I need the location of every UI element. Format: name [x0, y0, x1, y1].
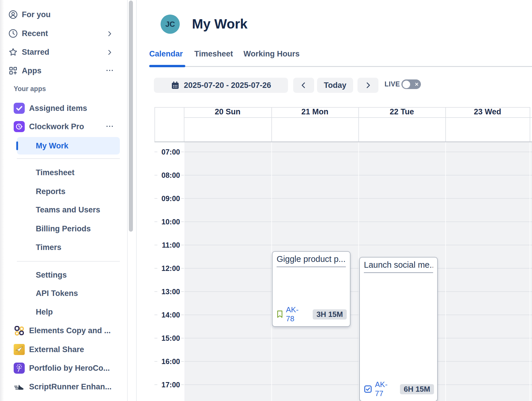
- sidebar-item-label: For you: [22, 8, 51, 21]
- issue-key-link[interactable]: AK-77: [375, 380, 394, 398]
- day-header-mon: 21 Mon: [271, 107, 358, 116]
- event-card-ak-78[interactable]: Giggle product p... AK-78 3H 15M: [272, 251, 350, 327]
- chevron-right-icon[interactable]: [106, 30, 113, 38]
- clockwork-clock-icon: [14, 121, 25, 132]
- previous-week-button[interactable]: [293, 78, 314, 93]
- apps-grid-icon: [8, 66, 18, 76]
- time-label: 16:00: [157, 356, 181, 366]
- sidebar-item-label: ScriptRunner Enhan...: [29, 380, 112, 393]
- more-ellipsis-icon[interactable]: [106, 69, 113, 77]
- time-label: 08:00: [157, 170, 181, 180]
- sidebar-item-timesheet[interactable]: Timesheet: [0, 166, 127, 179]
- grid-top-border: [154, 141, 532, 142]
- assigned-items-check-icon: [14, 103, 25, 114]
- sidebar-item-label: Portfolio by HeroCo...: [29, 362, 110, 375]
- main-panel-border: [136, 0, 137, 401]
- hour-gridline: [154, 198, 532, 199]
- sidebar-item-clockwork-pro[interactable]: Clockwork Pro: [0, 120, 127, 133]
- sidebar-item-billing-periods[interactable]: Billing Periods: [0, 222, 127, 235]
- event-title: Giggle product p...: [277, 254, 346, 267]
- sidebar-item-label: Reports: [36, 185, 65, 198]
- sidebar-item-external-share[interactable]: External Share: [0, 343, 127, 356]
- elements-copy-icon: [14, 325, 25, 336]
- date-range-button[interactable]: 2025-07-20 - 2025-07-26: [154, 78, 288, 93]
- sidebar-item-label: API Tokens: [36, 287, 78, 300]
- today-label: Today: [324, 81, 346, 90]
- sidebar-item-label: Elements Copy and ...: [29, 324, 111, 337]
- column-border: [184, 142, 184, 401]
- time-label: 10:00: [157, 217, 181, 227]
- event-title: Launch social me...: [364, 260, 433, 273]
- sidebar-item-assigned-items[interactable]: Assigned items: [0, 102, 127, 115]
- app-window: For you Recent Starred: [0, 0, 532, 401]
- hour-gridline: [154, 152, 532, 152]
- event-card-ak-77[interactable]: Launch social me... AK-77 6H 15M: [359, 257, 438, 401]
- sidebar-item-timers[interactable]: Timers: [0, 241, 127, 254]
- sidebar-item-my-work-selected[interactable]: My Work: [17, 137, 120, 155]
- sidebar-item-starred[interactable]: Starred: [0, 46, 127, 58]
- tab-calendar[interactable]: Calendar: [149, 49, 183, 58]
- time-label: 14:00: [157, 310, 181, 320]
- column-border: [445, 142, 446, 401]
- sidebar-scrollbar[interactable]: [129, 1, 133, 232]
- sidebar-item-label: Teams and Users: [36, 203, 100, 216]
- tab-working-hours[interactable]: Working Hours: [243, 49, 300, 58]
- toggle-off-x-icon: [415, 83, 418, 86]
- column-border: [445, 107, 446, 141]
- time-label: 13:00: [157, 287, 181, 297]
- sidebar-item-help[interactable]: Help: [0, 306, 127, 318]
- sidebar-item-teams-and-users[interactable]: Teams and Users: [0, 203, 127, 216]
- hour-gridline: [154, 175, 532, 175]
- duration-badge: 3H 15M: [313, 309, 347, 320]
- time-label: 09:00: [157, 194, 181, 203]
- sidebar-item-api-tokens[interactable]: API Tokens: [0, 287, 127, 300]
- column-border: [530, 142, 530, 401]
- more-ellipsis-icon[interactable]: [106, 125, 113, 132]
- date-range-label: 2025-07-20 - 2025-07-26: [184, 81, 271, 90]
- person-icon: [8, 10, 18, 19]
- sidebar-item-label: Timesheet: [36, 166, 74, 179]
- avatar: JC: [161, 15, 180, 34]
- active-item-indicator: [16, 141, 18, 150]
- sidebar-item-label: Settings: [36, 269, 67, 281]
- hour-gridline: [154, 221, 532, 222]
- sidebar-item-for-you[interactable]: For you: [0, 8, 127, 21]
- sidebar-item-scriptrunner[interactable]: ScriptRunner Enhan...: [0, 380, 127, 393]
- column-border: [530, 107, 530, 141]
- sidebar-item-label: Starred: [22, 46, 49, 58]
- hour-gridline: [154, 245, 532, 245]
- dandelion-icon: [14, 363, 25, 374]
- sidebar-item-label: Apps: [22, 64, 42, 77]
- column-border: [358, 107, 359, 141]
- duration-badge: 6H 15M: [400, 384, 434, 394]
- chevron-right-icon: [364, 81, 372, 89]
- sidebar-item-label: Billing Periods: [36, 222, 91, 235]
- next-week-button[interactable]: [357, 78, 378, 93]
- sidebar-item-label: External Share: [29, 343, 84, 356]
- sidebar-item-recent[interactable]: Recent: [0, 27, 127, 40]
- hour-gridline: [154, 384, 532, 385]
- event-footer: AK-77 6H 15M: [364, 380, 434, 398]
- sidebar-item-label: Recent: [22, 27, 48, 40]
- chevron-right-icon[interactable]: [106, 49, 113, 56]
- checkbox-icon: [364, 385, 372, 393]
- active-tab-indicator: [149, 65, 185, 67]
- paper-plane-icon: [14, 344, 25, 355]
- sidebar-item-reports[interactable]: Reports: [0, 185, 127, 198]
- time-label: 11:00: [157, 240, 181, 250]
- issue-key-link[interactable]: AK-78: [286, 305, 307, 323]
- today-button[interactable]: Today: [317, 78, 353, 93]
- tab-timesheet[interactable]: Timesheet: [194, 49, 233, 58]
- sidebar-item-portfolio[interactable]: Portfolio by HeroCo...: [0, 362, 127, 375]
- sidebar-item-elements-copy[interactable]: Elements Copy and ...: [0, 324, 127, 337]
- sidebar-item-apps[interactable]: Apps: [0, 64, 127, 77]
- sidebar-item-settings[interactable]: Settings: [0, 269, 127, 281]
- chevron-left-icon: [300, 81, 308, 89]
- live-toggle[interactable]: [401, 79, 421, 89]
- running-shoe-icon: [14, 382, 25, 393]
- time-label: 17:00: [157, 380, 181, 390]
- time-label: 15:00: [157, 333, 181, 343]
- time-label: 07:00: [157, 147, 181, 157]
- sidebar-item-label: My Work: [36, 137, 68, 155]
- day-header-wed: 23 Wed: [445, 107, 530, 116]
